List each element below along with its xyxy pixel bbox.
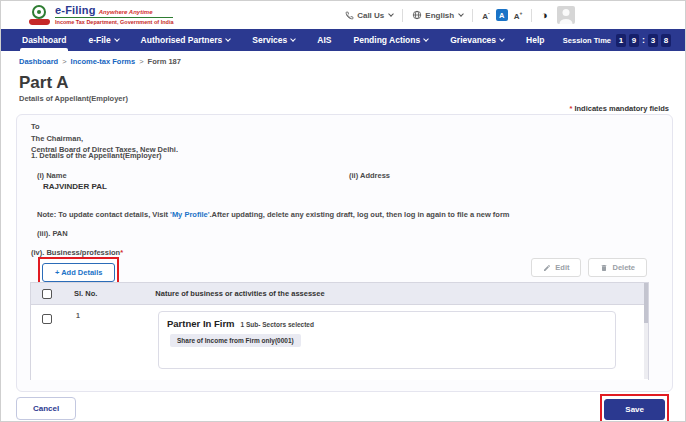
brand-subtitle: Income Tax Department, Government of Ind…	[55, 20, 173, 26]
language-label: English	[425, 11, 454, 20]
chevron-down-icon	[114, 36, 120, 42]
table-header-row: Sl. No. Nature of business or activities…	[31, 283, 648, 305]
call-us-menu[interactable]: Call Us	[345, 11, 393, 20]
chevron-down-icon	[458, 11, 464, 17]
chevron-down-icon	[290, 36, 296, 42]
business-table: Sl. No. Nature of business or activities…	[30, 282, 649, 380]
mandatory-fields-note: * Indicates mandatory fields	[569, 104, 669, 113]
trash-icon	[600, 264, 608, 272]
language-menu[interactable]: English	[412, 10, 463, 20]
nav-item-help[interactable]: Help	[515, 29, 555, 51]
breadcrumb-dashboard[interactable]: Dashboard	[19, 57, 58, 66]
session-digit: 3	[648, 34, 658, 47]
business-title: Partner In Firm	[167, 318, 235, 329]
call-us-label: Call Us	[357, 11, 384, 20]
breadcrumb-separator: >	[62, 57, 66, 66]
save-highlight-box: Save	[600, 394, 669, 422]
add-details-button[interactable]: + Add Details	[42, 263, 115, 282]
profile-update-note: Note: To update contact details, Visit '…	[37, 210, 510, 219]
row-sl-no: 1	[76, 312, 80, 319]
nav-item-ais[interactable]: AIS	[306, 29, 342, 51]
session-digit: 1	[616, 34, 626, 47]
pan-label: (iii). PAN	[37, 229, 68, 238]
form-card: To The Chairman, Central Board of Direct…	[16, 114, 673, 392]
session-timer: Session Time 1 9 : 3 8	[563, 29, 685, 51]
session-colon: :	[642, 35, 645, 45]
session-digit: 9	[629, 34, 639, 47]
divider	[531, 9, 532, 22]
header-utilities: Call Us English A- A A+ ◑	[345, 6, 575, 24]
brand-tagline: Anywhere Anytime	[99, 9, 153, 15]
cancel-button[interactable]: Cancel	[16, 397, 76, 420]
breadcrumb-separator: >	[139, 57, 143, 66]
business-detail-box: Partner In Firm 1 Sub- Sectors selected …	[158, 311, 616, 369]
efiling-logo: e-Filing Anywhere Anytime Income Tax Dep…	[29, 5, 173, 26]
divider	[472, 9, 473, 22]
table-row: 1 Partner In Firm 1 Sub- Sectors selecte…	[31, 305, 648, 380]
business-profession-label: (iv). Business/profession*	[31, 248, 123, 257]
table-scrollbar[interactable]	[644, 283, 648, 379]
name-value: RAJVINDER PAL	[43, 182, 107, 191]
efiling-portal-page: e-Filing Anywhere Anytime Income Tax Dep…	[0, 0, 686, 422]
row-action-buttons: Edit Delete	[531, 258, 647, 277]
font-size-controls: A- A A+	[482, 9, 522, 21]
top-header-bar: e-Filing Anywhere Anytime Income Tax Dep…	[1, 1, 685, 29]
breadcrumb: Dashboard > Income-tax Forms > Form 187	[19, 57, 181, 66]
delete-button[interactable]: Delete	[588, 258, 647, 277]
column-header-sl-no: Sl. No.	[74, 289, 97, 298]
main-navigation-bar: Dashboard e-File Authorised Partners Ser…	[1, 29, 685, 51]
select-all-checkbox[interactable]	[42, 289, 52, 299]
name-label: (i) Name	[37, 171, 67, 180]
nav-item-efile[interactable]: e-File	[77, 29, 129, 51]
sub-sectors-count: 1 Sub- Sectors selected	[241, 321, 314, 328]
breadcrumb-income-tax-forms[interactable]: Income-tax Forms	[71, 57, 136, 66]
user-avatar[interactable]	[557, 6, 575, 24]
page-title: Part A	[19, 73, 68, 93]
globe-icon	[412, 10, 422, 20]
contrast-toggle-icon[interactable]: ◑	[541, 9, 548, 21]
session-timer-label: Session Time	[563, 36, 611, 45]
chevron-down-icon	[499, 36, 505, 42]
address-label: (ii) Address	[349, 171, 390, 180]
default-font-button[interactable]: A	[496, 9, 508, 21]
nav-item-authorised-partners[interactable]: Authorised Partners	[130, 29, 242, 51]
nav-item-dashboard[interactable]: Dashboard	[11, 29, 77, 51]
nav-item-pending-actions[interactable]: Pending Actions	[342, 29, 439, 51]
table-scrollbar-thumb[interactable]	[644, 283, 648, 323]
sub-sector-chip: Share of Income from Firm only(0001)	[170, 334, 301, 347]
brand-title: e-Filing	[55, 5, 96, 16]
nav-item-services[interactable]: Services	[241, 29, 306, 51]
chevron-down-icon	[225, 36, 231, 42]
page-subtitle: Details of Appellant(Employer)	[19, 94, 128, 103]
decrease-font-button[interactable]: A-	[482, 10, 489, 21]
nav-item-grievances[interactable]: Grievances	[439, 29, 515, 51]
edit-button[interactable]: Edit	[531, 258, 581, 277]
my-profile-link[interactable]: 'My Profile'	[170, 210, 209, 219]
section-1-title: 1. Details of the Appellant(Employer)	[31, 151, 162, 160]
chevron-down-icon	[423, 36, 429, 42]
save-button[interactable]: Save	[604, 399, 665, 420]
chevron-down-icon	[388, 11, 394, 17]
pencil-icon	[543, 264, 551, 272]
column-header-nature: Nature of business or activities of the …	[155, 289, 324, 298]
india-emblem-icon	[29, 5, 50, 26]
row-checkbox[interactable]	[42, 314, 52, 324]
session-digit: 8	[661, 34, 671, 47]
breadcrumb-form-187: Form 187	[148, 57, 181, 66]
increase-font-button[interactable]: A+	[514, 10, 523, 21]
divider	[402, 9, 403, 22]
phone-icon	[345, 11, 354, 20]
